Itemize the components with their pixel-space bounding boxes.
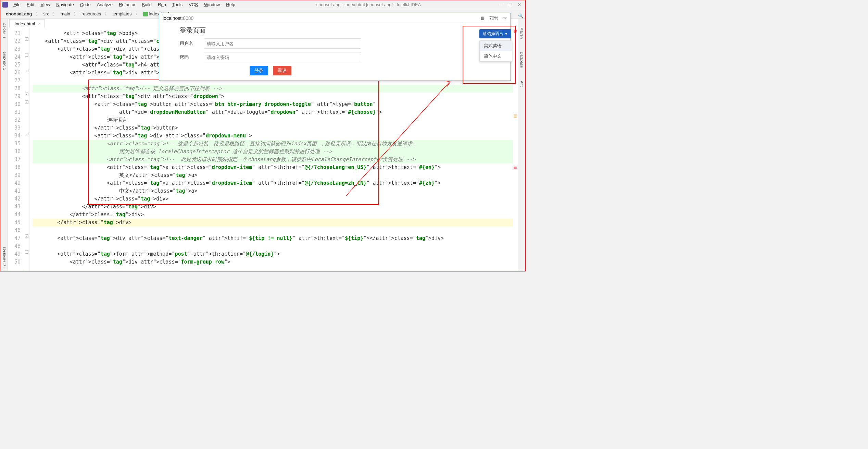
favorites-tool-tab[interactable]: 2: Favorites — [2, 245, 7, 268]
qr-icon[interactable]: ▦ — [480, 15, 485, 21]
menu-code[interactable]: Code — [77, 1, 93, 8]
line-number-gutter: 2122232425262728293031323334353637383940… — [8, 28, 24, 271]
menu-refactor[interactable]: Refactor — [116, 1, 138, 8]
database-tool-tab[interactable]: Database — [519, 50, 524, 69]
bookmark-star-icon[interactable]: ☆ — [503, 15, 507, 21]
menu-file[interactable]: File — [11, 1, 23, 8]
structure-tool-tab[interactable]: 7: Structure — [2, 50, 7, 72]
toolbar-right-icons: 🔍 — [518, 13, 523, 18]
menu-bar: FileEditViewNavigateCodeAnalyzeRefactorB… — [0, 0, 525, 9]
error-stripe[interactable] — [513, 28, 518, 271]
login-page-title: 登录页面 — [180, 26, 361, 35]
crumb-resources[interactable]: resources — [79, 11, 103, 17]
menu-analyze[interactable]: Analyze — [94, 1, 115, 8]
html-file-icon — [143, 12, 148, 16]
language-dropdown-menu: 美式英语 简体中文 — [479, 40, 512, 62]
menu-edit[interactable]: Edit — [24, 1, 37, 8]
username-label: 用户名 — [180, 40, 204, 47]
menu-vcs[interactable]: VCS — [186, 1, 201, 8]
browser-preview: localhost:8080 ▦ 70% ☆ 登录页面 用户名 密码 登录 重设 — [159, 13, 511, 81]
zoom-level[interactable]: 70% — [489, 15, 498, 21]
ant-tool-tab[interactable]: Ant — [519, 80, 524, 88]
crumb-project[interactable]: chooseLang — [4, 11, 34, 17]
menu-navigate[interactable]: Navigate — [53, 1, 76, 8]
menu-build[interactable]: Build — [139, 1, 154, 8]
right-tool-strip: Maven Database Ant — [518, 19, 525, 271]
inspection-warn-icon[interactable] — [514, 29, 517, 33]
search-icon[interactable]: 🔍 — [518, 13, 523, 18]
language-option-en[interactable]: 美式英语 — [480, 41, 512, 51]
password-label: 密码 — [180, 54, 204, 60]
close-tab-icon[interactable]: × — [38, 21, 41, 26]
menu-tools[interactable]: Tools — [169, 1, 185, 8]
editor-tab-index[interactable]: index.html × — [9, 19, 45, 28]
app-logo-icon — [2, 2, 8, 8]
language-dropdown-button[interactable]: 请选择语言▼ — [479, 29, 511, 38]
maximize-icon[interactable]: ☐ — [508, 2, 513, 7]
password-input[interactable] — [204, 52, 361, 62]
crumb-src[interactable]: src — [41, 11, 51, 17]
menu-help[interactable]: Help — [223, 1, 238, 8]
browser-address-bar: localhost:8080 ▦ 70% ☆ — [159, 13, 511, 23]
crumb-templates[interactable]: templates — [110, 11, 134, 17]
maven-tool-tab[interactable]: Maven — [519, 26, 524, 40]
crumb-main[interactable]: main — [59, 11, 72, 17]
menu-view[interactable]: View — [38, 1, 53, 8]
caret-down-icon: ▼ — [505, 32, 508, 36]
minimize-icon[interactable]: — — [499, 2, 504, 7]
url-text[interactable]: localhost:8080 — [163, 15, 477, 21]
language-option-zh[interactable]: 简体中文 — [480, 51, 512, 61]
project-tool-tab[interactable]: 1: Project — [2, 21, 7, 40]
username-input[interactable] — [204, 38, 361, 49]
menu-run[interactable]: Run — [155, 1, 169, 8]
window-title: chooseLang - index.html [chooseLang] - I… — [239, 2, 499, 7]
fold-gutter: -------- — [24, 28, 30, 271]
close-icon[interactable]: ✕ — [517, 2, 521, 7]
login-button[interactable]: 登录 — [250, 66, 268, 75]
reset-button[interactable]: 重设 — [273, 66, 291, 75]
menu-window[interactable]: Window — [201, 1, 223, 8]
left-tool-strip: 1: Project 7: Structure 2: Favorites — [0, 19, 8, 271]
